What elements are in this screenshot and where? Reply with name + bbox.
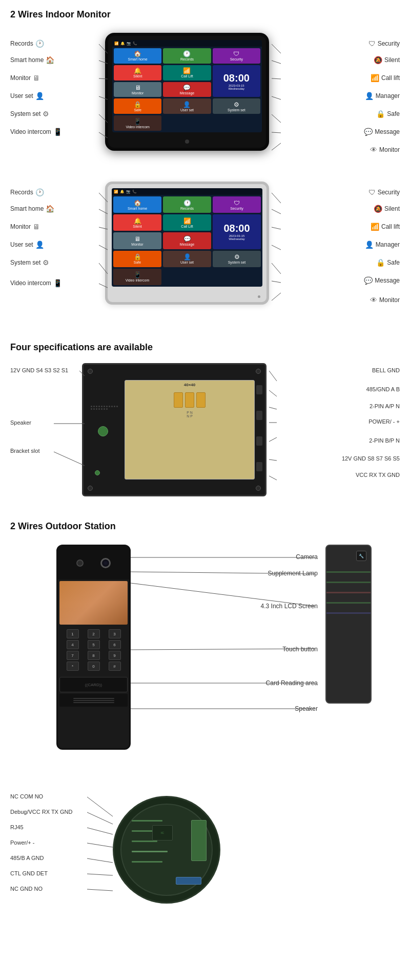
- pcb-label-485b: 485/B A GND: [10, 855, 44, 861]
- svg-line-6: [272, 44, 281, 53]
- label-security-w: 🛡 Security: [368, 188, 400, 196]
- spec-label-2pina: 2-PIN A/P N: [370, 403, 400, 409]
- tile-message[interactable]: 💬Message: [163, 82, 211, 97]
- label-smarthome-w: Smart home 🏠: [10, 205, 54, 213]
- specs-device-back: 40×40 P N N P: [82, 363, 266, 496]
- indoor-monitor-black: 📶 🔔 📷 📞 🏠Smart home 🕐Records 🛡Security 🔔…: [105, 33, 269, 151]
- pcb-circle: IC: [113, 796, 220, 904]
- svg-line-35: [269, 476, 277, 480]
- spec-label-voltage: 12V GND S4 S3 S2 S1: [10, 367, 68, 373]
- svg-line-24: [272, 281, 281, 283]
- label-calllift: 📶 Call lift: [371, 74, 400, 82]
- svg-line-43: [87, 812, 113, 824]
- svg-line-12: [272, 143, 281, 150]
- tile-monitor[interactable]: 🖥Monitor: [114, 82, 161, 97]
- svg-line-34: [269, 459, 277, 461]
- tile-silent[interactable]: 🔔Silent: [114, 65, 161, 81]
- label-message: 💬 Message: [364, 128, 400, 136]
- label-monitor-left: Monitor 🖥: [10, 74, 40, 82]
- label-message-w: 💬 Message: [364, 276, 400, 285]
- tile-safe[interactable]: 🔒Safe: [114, 98, 161, 114]
- tile-calllift[interactable]: 📶Call Lift: [163, 65, 211, 81]
- label-monitor-right: 👁 Monitor: [370, 146, 400, 154]
- label-calllift-w: 📶 Call lift: [371, 223, 400, 231]
- outdoor-station-back: 🔧: [325, 545, 372, 704]
- svg-line-25: [272, 293, 281, 301]
- tile-security[interactable]: 🛡Security: [213, 48, 260, 64]
- spec-label-bell: BELL GND: [372, 367, 400, 373]
- label-manager-w: 👤 Manager: [365, 241, 400, 249]
- label-smarthome: Smart home 🏠: [10, 56, 54, 64]
- spec-label-12v: 12V GND S8 S7 S6 S5: [342, 455, 400, 462]
- label-silent: 🔕 Silent: [374, 56, 400, 64]
- svg-line-11: [272, 132, 281, 133]
- label-videointercom-w: Video intercom 📱: [10, 279, 62, 287]
- pcb-label-ctl: CTL GND DET: [10, 870, 48, 876]
- svg-line-21: [272, 227, 281, 229]
- tile-systemset[interactable]: ⚙System set: [213, 98, 260, 114]
- svg-line-46: [87, 858, 113, 863]
- label-safe-w: 🔒 Safe: [376, 258, 400, 267]
- svg-line-23: [272, 263, 281, 274]
- outdoor-label-speaker: Speaker: [295, 705, 318, 712]
- tile-records[interactable]: 🕐Records: [163, 48, 211, 64]
- spec-label-speaker: Speaker: [10, 419, 31, 426]
- tile-clock: 08:00 2023-03-15 Wednesday: [213, 65, 260, 97]
- section-title-indoor: 2 Wires Indoor Monitor: [0, 0, 410, 25]
- label-userset: User set 👤: [10, 92, 44, 100]
- svg-line-30: [269, 390, 277, 396]
- svg-line-42: [87, 797, 113, 816]
- label-monitor-left-w: Monitor 🖥: [10, 223, 40, 231]
- pcb-label-rj45: RJ45: [10, 824, 24, 830]
- svg-line-9: [272, 96, 281, 99]
- section-title-outdoor: 2 Wires Outdoor Station: [0, 512, 410, 537]
- label-monitor-right-w: 👁 Monitor: [370, 296, 400, 304]
- outdoor-label-camera: Camera: [296, 553, 318, 561]
- svg-line-10: [272, 114, 281, 123]
- svg-line-7: [272, 61, 281, 64]
- svg-line-28: [54, 452, 85, 466]
- svg-line-33: [269, 437, 277, 442]
- label-security: 🛡 Security: [368, 39, 400, 48]
- label-records: Records 🕐: [10, 39, 44, 48]
- label-systemset: System set ⚙: [10, 110, 49, 118]
- svg-line-45: [87, 843, 113, 847]
- label-userset-w: User set 👤: [10, 241, 44, 249]
- section-title-specs: Four specifications are available: [0, 333, 410, 358]
- svg-line-22: [272, 245, 281, 250]
- svg-line-47: [87, 874, 113, 875]
- spec-label-power: POWER/ - +: [368, 418, 400, 425]
- pcb-label-debug: Debug/VCC RX TX GND: [10, 809, 72, 815]
- spec-label-bracket: Bracket slot: [10, 448, 39, 454]
- outdoor-label-card: Card Reading area: [266, 679, 318, 687]
- svg-line-48: [87, 889, 113, 891]
- svg-line-31: [269, 407, 277, 409]
- svg-line-19: [272, 193, 281, 203]
- pcb-label-nc-gnd: NC GND NO: [10, 886, 43, 892]
- outdoor-label-lcd: 4.3 Inch LCD Screen: [261, 603, 318, 610]
- tile-userset[interactable]: 👤User set: [163, 98, 211, 114]
- spec-label-2pinb: 2-PIN B/P N: [369, 437, 400, 444]
- outdoor-station-front: 1 2 3 4 5 6 7 8 9 * 0 #: [56, 545, 131, 750]
- spec-label-vcc: VCC RX TX GND: [356, 472, 400, 478]
- pcb-label-nc-com-no: NC COM NO: [10, 793, 43, 799]
- label-videointercom: Video intercom 📱: [10, 128, 62, 136]
- pcb-label-power: Power/+ -: [10, 839, 34, 846]
- label-records-w: Records 🕐: [10, 188, 44, 196]
- svg-line-29: [269, 371, 277, 381]
- outdoor-label-touch: Touch button: [282, 646, 318, 653]
- svg-line-8: [272, 78, 281, 79]
- label-silent-w: 🔕 Silent: [374, 205, 400, 213]
- indoor-monitor-white: 📶 🔔 📷 📞 🏠Smart home 🕐Records 🛡Security 🔔…: [105, 182, 269, 305]
- tile-smarthome[interactable]: 🏠Smart home: [114, 48, 161, 64]
- outdoor-label-lamp: Supplement Lamp: [268, 570, 318, 577]
- svg-line-44: [87, 828, 113, 834]
- label-safe: 🔒 Safe: [376, 110, 400, 118]
- tile-videoint[interactable]: 📱Video intercom: [114, 115, 161, 131]
- label-systemset-w: System set ⚙: [10, 258, 49, 267]
- label-manager: 👤 Manager: [365, 92, 400, 100]
- svg-line-20: [272, 209, 281, 214]
- spec-label-485: 485/GND A B: [366, 386, 400, 392]
